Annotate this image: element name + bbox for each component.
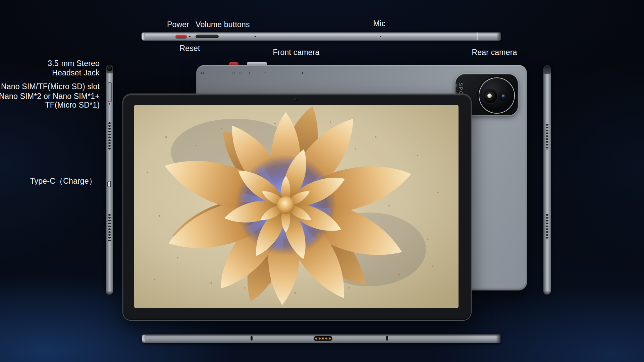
antenna-seam: [477, 33, 478, 40]
lens-blue-glint: [502, 95, 505, 98]
keyboard-slot-left: [251, 336, 253, 341]
camera-module-subtext: HD · A: [455, 84, 458, 94]
left-edge-view: [106, 65, 113, 295]
front-view: [122, 94, 472, 321]
sim-eject-pinhole: [109, 103, 110, 105]
label-front-camera: Front camera: [273, 48, 319, 57]
power-button: [175, 35, 187, 38]
headset-jack-hole: [107, 66, 112, 71]
wallpaper-golden-flower: [134, 105, 459, 308]
label-sim-slot: Nano SIM/TF(Micro SD) slot: [1, 82, 100, 92]
label-type-c: Type-C（Charge）: [30, 177, 97, 186]
right-edge-top-cap: [543, 65, 551, 74]
speaker-grille-icon: [108, 122, 111, 150]
label-rear-camera: Rear camera: [472, 48, 517, 57]
mic-engraving-icon: [302, 72, 303, 74]
rear-main-lens: [483, 89, 498, 104]
pogo-pin: [322, 338, 324, 340]
right-edge-bottom-cap: [543, 291, 551, 295]
secondary-mic-hole: [255, 36, 256, 37]
product-diagram-stage: Power Volume buttons Mic Reset Front cam…: [0, 0, 644, 362]
bottom-edge-left-cap: [142, 335, 146, 342]
label-power: Power: [167, 20, 189, 29]
label-reset: Reset: [179, 44, 200, 53]
top-edge-right-cap: [496, 32, 501, 41]
speaker-grille-icon: [546, 214, 549, 240]
front-camera-dot: [294, 99, 297, 101]
pogo-pin: [315, 338, 317, 340]
pogo-pin-connector: [314, 336, 332, 341]
keyboard-slot-right: [386, 336, 388, 341]
left-edge-bottom-cap: [106, 291, 113, 295]
bottom-edge-view: [142, 334, 501, 343]
screen: [134, 105, 459, 308]
reset-engraving-icon: [239, 72, 242, 74]
mic-hole: [380, 36, 381, 37]
label-headset-jack: 3.5-mm Stereo Headset Jack: [48, 59, 100, 77]
pogo-pin: [319, 338, 321, 340]
pogo-pin: [325, 338, 327, 340]
reset-pinhole: [189, 36, 191, 37]
type-c-port: [108, 181, 110, 187]
speaker-grille-icon: [546, 123, 549, 150]
sim-tray: [108, 82, 112, 102]
label-sim-config: Nano SIM*2 or Nano SIM*1+ TF(Micro SD*1): [0, 92, 100, 109]
rear-camera-ring: [479, 77, 515, 114]
pogo-pin: [329, 338, 331, 340]
rear-secondary-lens: [498, 91, 509, 102]
volume-plus-engraving-icon: +: [248, 71, 250, 75]
bottom-edge-right-cap: [496, 334, 500, 343]
right-edge-view: [543, 65, 551, 295]
av-engraving-icon: ◁/: [200, 71, 204, 75]
volume-rocker: [196, 35, 219, 38]
top-edge-left-cap: [142, 33, 145, 40]
label-volume-buttons: Volume buttons: [196, 20, 250, 29]
speaker-grille-icon: [108, 214, 111, 242]
lens-flash-glint: [487, 94, 492, 98]
volume-minus-engraving-icon: −: [264, 71, 266, 75]
top-edge-view: [142, 32, 501, 41]
power-engraving-icon: [232, 72, 235, 74]
label-mic: Mic: [373, 19, 385, 28]
